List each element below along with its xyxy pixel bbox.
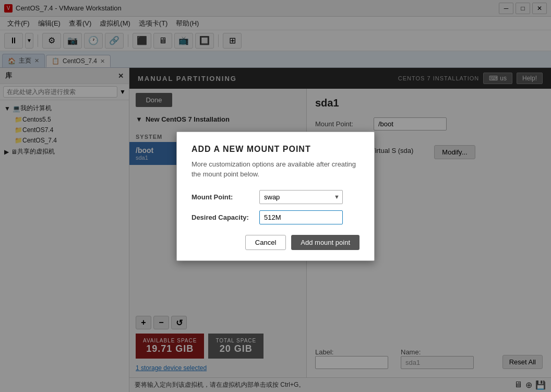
modal-mount-point-wrap: swap / /boot /home /var /tmp ▼ <box>259 190 343 204</box>
add-mount-point-modal: ADD A NEW MOUNT POINT More customization… <box>176 132 375 261</box>
modal-title: ADD A NEW MOUNT POINT <box>191 145 360 154</box>
modal-mount-point-field: Mount Point: swap / /boot /home /var /tm… <box>191 190 360 204</box>
modal-mount-point-label: Mount Point: <box>191 193 254 201</box>
modal-capacity-input[interactable] <box>259 210 343 224</box>
add-mount-point-button[interactable]: Add mount point <box>291 235 360 250</box>
modal-mount-point-select[interactable]: swap / /boot /home /var /tmp <box>259 190 343 204</box>
modal-capacity-label: Desired Capacity: <box>191 213 254 221</box>
modal-description: More customization options are available… <box>191 159 360 180</box>
cancel-button[interactable]: Cancel <box>245 235 286 250</box>
modal-capacity-field: Desired Capacity: <box>191 210 360 224</box>
modal-overlay: ADD A NEW MOUNT POINT More customization… <box>0 0 551 392</box>
modal-actions: Cancel Add mount point <box>191 235 360 250</box>
app-window: V CentOS_7.4 - VMware Workstation ─ □ ✕ … <box>0 0 551 392</box>
